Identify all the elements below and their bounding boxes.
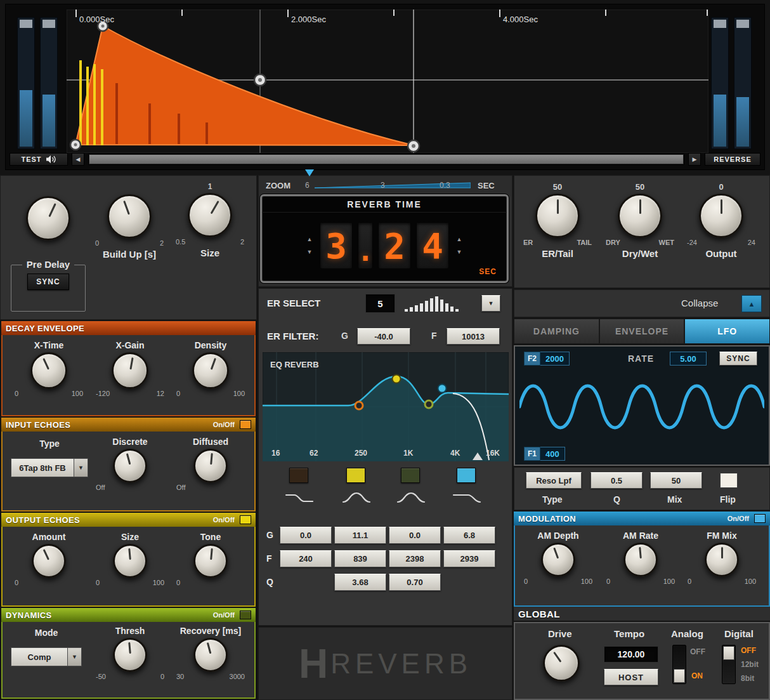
- eq-f3[interactable]: 2398: [389, 550, 441, 567]
- eq-band1-node[interactable]: [355, 402, 363, 409]
- eq-reverb-graph[interactable]: EQ REVERB 16 62 250 1K 4K 16K: [263, 352, 509, 461]
- eq-f2[interactable]: 839: [334, 550, 386, 567]
- digital-toggle[interactable]: [722, 645, 736, 684]
- envelope-graph[interactable]: 0.000Sec 2.000Sec 4.000Sec: [67, 10, 708, 153]
- amount-knob[interactable]: [32, 544, 66, 578]
- filter-type-dropdown[interactable]: Reso Lpf: [526, 472, 582, 489]
- pre-delay-sync-button[interactable]: SYNC: [27, 274, 69, 290]
- er-filter-gain-value[interactable]: -40.0: [357, 328, 410, 345]
- tone-knob[interactable]: [193, 544, 228, 578]
- reverb-time-digit-2[interactable]: 2: [378, 222, 411, 269]
- chevron-down-icon[interactable]: ▼: [68, 647, 82, 666]
- tempo-value[interactable]: 120.00: [604, 646, 658, 663]
- eq-band2-swatch[interactable]: [346, 468, 365, 483]
- output-knob[interactable]: [699, 194, 743, 238]
- high-cut-icon[interactable]: [452, 491, 482, 506]
- digital-12bit-label[interactable]: 12bit: [741, 660, 759, 669]
- bell-filter-icon[interactable]: [341, 491, 372, 506]
- output-echoes-onoff-led[interactable]: [240, 515, 251, 524]
- filter-mix-value[interactable]: 50: [650, 472, 702, 489]
- dry-wet-knob[interactable]: [618, 194, 662, 238]
- discrete-knob[interactable]: [113, 449, 147, 483]
- bell-filter-icon-2[interactable]: [396, 491, 426, 506]
- reverb-time-down-button-2[interactable]: ▼: [454, 248, 464, 256]
- eq-g2[interactable]: 11.1: [334, 527, 386, 544]
- low-shelf-icon[interactable]: [284, 491, 315, 506]
- eq-band2-node[interactable]: [393, 375, 401, 383]
- am-rate-knob[interactable]: [623, 543, 658, 577]
- tab-lfo[interactable]: LFO: [684, 319, 770, 344]
- reverb-time-digit-3[interactable]: 4: [416, 222, 449, 269]
- scrollbar-thumb[interactable]: [89, 155, 683, 164]
- eq-band3-node[interactable]: [425, 400, 433, 408]
- chevron-down-icon[interactable]: ▼: [74, 458, 88, 477]
- eq-band4-swatch[interactable]: [457, 468, 476, 483]
- thresh-knob[interactable]: [113, 638, 147, 672]
- tab-damping[interactable]: DAMPING: [514, 319, 599, 344]
- input-echoes-onoff-led[interactable]: [240, 420, 251, 429]
- size-knob[interactable]: [188, 193, 232, 237]
- build-up-knob[interactable]: [107, 194, 152, 239]
- pre-delay-knob[interactable]: [26, 196, 70, 241]
- output-echoes-header: OUTPUT ECHOES On/Off: [1, 513, 256, 527]
- digital-8bit-label[interactable]: 8bit: [741, 674, 754, 683]
- am-depth-knob[interactable]: [541, 543, 575, 577]
- mode-dropdown[interactable]: Comp ▼: [11, 647, 82, 666]
- lfo-f1-value[interactable]: 400: [540, 447, 565, 461]
- eq-band1-swatch[interactable]: [289, 468, 308, 483]
- modulation-onoff-led[interactable]: [754, 514, 766, 523]
- eq-reverb-title: EQ REVERB: [270, 360, 319, 369]
- filter-flip-swatch[interactable]: [720, 473, 738, 488]
- analog-toggle-thumb[interactable]: [674, 669, 685, 683]
- host-button[interactable]: HOST: [604, 669, 658, 685]
- digital-toggle-thumb[interactable]: [723, 646, 734, 660]
- lfo-f1-chip[interactable]: F1 400: [524, 447, 565, 461]
- eq-band4-node[interactable]: [438, 385, 447, 393]
- eq-f4[interactable]: 2939: [443, 550, 495, 567]
- analog-on-label[interactable]: ON: [691, 671, 703, 680]
- reverb-time-up-button-2[interactable]: ▲: [454, 235, 464, 244]
- eq-q2[interactable]: 3.68: [334, 574, 386, 591]
- scroll-left-button[interactable]: ◀: [72, 153, 84, 166]
- er-tail-knob[interactable]: [535, 194, 580, 238]
- lfo-sync-button[interactable]: SYNC: [719, 352, 757, 366]
- reverb-time-down-button[interactable]: ▼: [304, 248, 315, 256]
- x-time-knob[interactable]: [30, 352, 67, 389]
- input-echo-type-dropdown[interactable]: 6Tap 8th FB ▼: [11, 458, 88, 477]
- drive-knob[interactable]: [543, 645, 580, 682]
- eq-g1[interactable]: 0.0: [280, 527, 332, 544]
- fm-mix-knob[interactable]: [705, 543, 739, 577]
- filter-q-label: Q: [613, 494, 620, 505]
- eq-f1[interactable]: 240: [280, 550, 332, 567]
- density-knob[interactable]: [192, 352, 229, 389]
- reverb-time-up-button[interactable]: ▲: [304, 235, 315, 244]
- er-select-dropdown-button[interactable]: ▼: [481, 295, 500, 312]
- test-button[interactable]: TEST: [10, 153, 68, 166]
- tab-envelope[interactable]: ENVELOPE: [599, 319, 685, 344]
- collapse-button[interactable]: ▲: [741, 295, 762, 312]
- diffused-knob[interactable]: [193, 449, 228, 483]
- eq-g4[interactable]: 6.8: [443, 527, 495, 544]
- reverb-time-digit-1[interactable]: 3: [320, 222, 353, 269]
- analog-off-label[interactable]: OFF: [690, 647, 705, 656]
- digital-off-label[interactable]: OFF: [741, 646, 756, 655]
- filter-q-value[interactable]: 0.5: [591, 472, 643, 489]
- reverse-button[interactable]: REVERSE: [705, 153, 760, 166]
- dynamics-onoff-led[interactable]: [240, 611, 251, 619]
- lfo-rate-value[interactable]: 5.00: [670, 352, 707, 366]
- zoom-slider-thumb[interactable]: [305, 169, 314, 176]
- scroll-right-button[interactable]: ▶: [688, 153, 701, 166]
- eq-band3-swatch[interactable]: [401, 468, 420, 483]
- lfo-f2-value[interactable]: 2000: [540, 352, 570, 366]
- er-filter-freq-value[interactable]: 10013: [447, 328, 500, 345]
- lfo-f2-chip[interactable]: F2 2000: [524, 352, 570, 366]
- analog-toggle[interactable]: [672, 645, 686, 684]
- x-gain-knob[interactable]: [112, 352, 148, 389]
- envelope-scrollbar[interactable]: [88, 154, 684, 165]
- er-select-value[interactable]: 5: [365, 294, 395, 313]
- eq-g3[interactable]: 0.0: [389, 527, 441, 544]
- eq-q3[interactable]: 0.70: [389, 574, 441, 591]
- recovery-knob[interactable]: [193, 638, 228, 672]
- echo-size-knob[interactable]: [113, 544, 147, 578]
- lfo-rate-chip[interactable]: 5.00: [670, 352, 707, 366]
